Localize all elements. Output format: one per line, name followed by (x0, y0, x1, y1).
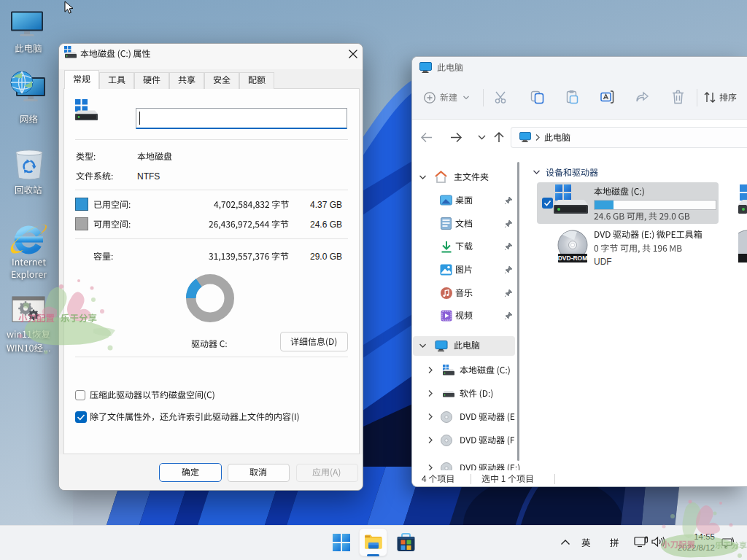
svg-text:DVD-ROM: DVD-ROM (558, 254, 588, 262)
